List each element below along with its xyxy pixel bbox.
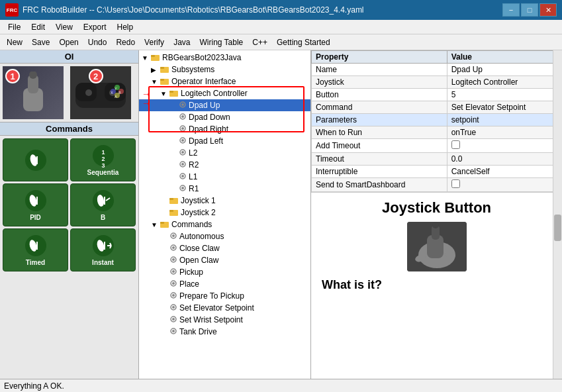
- tree-label-place: Place: [179, 279, 199, 289]
- tree-item-oi[interactable]: ▼Operator Interface: [139, 75, 310, 87]
- tree-item-open-claw[interactable]: Open Claw: [139, 254, 310, 266]
- tree-item-dpad-up[interactable]: Dpad Up: [139, 99, 310, 111]
- statusbar: Everything A OK.: [0, 379, 562, 392]
- toolbar-undo[interactable]: Undo: [84, 37, 111, 48]
- gear-icon-open-claw: [169, 256, 177, 265]
- tree-item-dpad-down[interactable]: Dpad Down: [139, 111, 310, 123]
- svg-point-59: [181, 163, 184, 166]
- command-btn-pid[interactable]: PID: [3, 183, 68, 226]
- tree-panel[interactable]: ▼RBGearsBot2023Java▶Subsystems▼Operator …: [139, 50, 311, 379]
- oi-image-2[interactable]: 2 Y B: [70, 66, 131, 119]
- menu-export[interactable]: Export: [78, 21, 112, 33]
- prop-checkbox-9[interactable]: [451, 179, 460, 188]
- svg-point-53: [181, 127, 184, 130]
- folder-icon-joystick1: [169, 196, 179, 205]
- tree-item-autonomous[interactable]: Autonomous: [139, 230, 310, 242]
- tree-item-close-claw[interactable]: Close Claw: [139, 242, 310, 254]
- tree-label-logitech: Logitech Controller: [181, 89, 248, 98]
- tree-item-dpad-left[interactable]: Dpad Left: [139, 135, 310, 147]
- prop-value-5: onTrue: [447, 126, 561, 139]
- tree-item-commands[interactable]: ▼Commands: [139, 219, 310, 230]
- right-scrollbar[interactable]: [553, 50, 562, 379]
- command-btn-b[interactable]: B: [70, 183, 136, 226]
- tree-item-joystick2[interactable]: Joystick 2: [139, 207, 310, 219]
- tree-item-tank-drive[interactable]: Tank Drive: [139, 326, 310, 338]
- toolbar-cpp[interactable]: C++: [248, 37, 271, 48]
- tree-item-prepare-to-pickup[interactable]: Prepare To Pickup: [139, 290, 310, 302]
- info-what-label: What is it?: [322, 278, 551, 292]
- toolbar-wiring[interactable]: Wiring Table: [195, 37, 247, 48]
- toolbar-verify[interactable]: Verify: [140, 37, 168, 48]
- oi-image-1[interactable]: 1: [3, 66, 64, 119]
- tree-item-logitech[interactable]: ▼Logitech Controller: [139, 87, 310, 99]
- tree-label-prepare-to-pickup: Prepare To Pickup: [179, 291, 244, 301]
- expand-btn-subsystems[interactable]: ▶: [151, 66, 159, 74]
- tree-item-dpad-right[interactable]: Dpad Right: [139, 123, 310, 135]
- prop-name-4: Parameters: [312, 114, 447, 126]
- toolbar-open[interactable]: Open: [55, 37, 82, 48]
- minimize-button[interactable]: −: [502, 3, 520, 17]
- gear-icon-pickup: [169, 268, 177, 277]
- menu-edit[interactable]: Edit: [26, 21, 50, 33]
- command-btn-instant[interactable]: Instant: [70, 228, 136, 271]
- svg-point-51: [181, 115, 184, 118]
- expand-btn-rbgears[interactable]: ▼: [142, 54, 150, 62]
- svg-point-81: [172, 294, 175, 297]
- toolbar-redo[interactable]: Redo: [112, 37, 139, 48]
- prop-name-1: Joystick: [312, 76, 447, 89]
- scrollbar-thumb[interactable]: [554, 215, 561, 241]
- oi-header: OI: [0, 50, 138, 64]
- expand-btn-commands[interactable]: ▼: [151, 221, 159, 228]
- prop-row-5: When to RunonTrue: [312, 126, 562, 139]
- gear-icon-place: [169, 279, 177, 289]
- tree-item-pickup[interactable]: Pickup: [139, 266, 310, 278]
- sequential-icon: 1 2 3: [91, 144, 115, 168]
- properties-table: Property Value NameDpad UpJoystickLogite…: [311, 50, 562, 192]
- prop-value-6[interactable]: [447, 139, 561, 153]
- command-btn-run[interactable]: run: [3, 138, 68, 181]
- maximize-button[interactable]: □: [521, 3, 538, 17]
- oi-section: OI 1 2: [0, 50, 138, 122]
- prop-checkbox-6[interactable]: [451, 140, 460, 149]
- tree-item-rbgears[interactable]: ▼RBGearsBot2023Java: [139, 52, 310, 64]
- tree-item-l1[interactable]: L1: [139, 171, 310, 183]
- folder-icon-joystick2: [169, 208, 179, 217]
- expand-btn-oi[interactable]: ▼: [151, 78, 159, 85]
- tree-item-set-wrist[interactable]: Set Wrist Setpoint: [139, 314, 310, 326]
- menu-help[interactable]: Help: [112, 21, 139, 33]
- gear-icon-tank-drive: [169, 327, 177, 336]
- prop-value-9[interactable]: [447, 178, 561, 192]
- folder-icon-commands: [160, 220, 169, 229]
- instant-icon: [91, 234, 115, 258]
- svg-point-55: [181, 139, 184, 142]
- svg-point-83: [172, 306, 175, 309]
- info-title: Joystick Button: [322, 199, 551, 217]
- folder-icon-oi: [160, 77, 169, 86]
- gear-icon-close-claw: [169, 244, 177, 253]
- tree-item-r1[interactable]: R1: [139, 183, 310, 195]
- right-panel: Property Value NameDpad UpJoystickLogite…: [311, 50, 562, 379]
- tree-label-dpad-down: Dpad Down: [189, 113, 230, 122]
- command-btn-timed[interactable]: Timed: [3, 228, 68, 271]
- svg-point-6: [85, 89, 92, 96]
- prop-row-7: Timeout0.0: [312, 153, 562, 166]
- menu-view[interactable]: View: [50, 21, 78, 33]
- tree-item-r2[interactable]: R2: [139, 159, 310, 171]
- tree-item-set-elevator[interactable]: Set Elevator Setpoint: [139, 302, 310, 314]
- properties-tbody: NameDpad UpJoystickLogitech ControllerBu…: [312, 64, 562, 192]
- toolbar-new[interactable]: New: [3, 37, 26, 48]
- expand-btn-logitech[interactable]: ▼: [160, 90, 168, 97]
- tree-label-r2: R2: [189, 160, 199, 170]
- tree-item-joystick1[interactable]: Joystick 1: [139, 195, 310, 207]
- menu-file[interactable]: File: [3, 21, 26, 33]
- toolbar-java[interactable]: Java: [169, 37, 194, 48]
- toolbar-save[interactable]: Save: [28, 37, 54, 48]
- command-btn-sequential[interactable]: 1 2 3 Sequentia: [70, 138, 136, 181]
- svg-rect-67: [169, 210, 173, 212]
- close-button[interactable]: ✕: [539, 3, 557, 17]
- tree-item-place[interactable]: Place: [139, 278, 310, 290]
- toolbar-getting-started[interactable]: Getting Started: [273, 37, 334, 48]
- tree-item-l2[interactable]: L2: [139, 147, 310, 159]
- tree-item-subsystems[interactable]: ▶Subsystems: [139, 64, 310, 75]
- prop-name-0: Name: [312, 64, 447, 76]
